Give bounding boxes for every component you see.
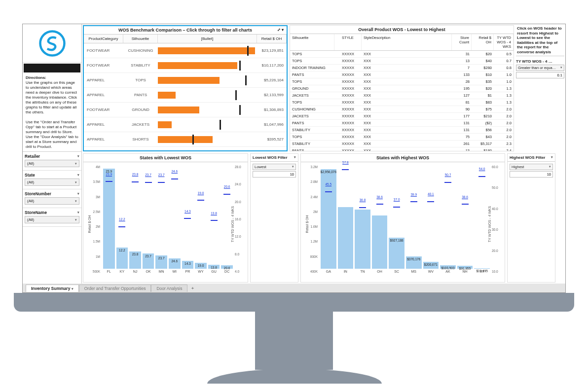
table-row[interactable]: GROUND XXXXX XXX 195 $20 1.3 xyxy=(290,85,514,92)
chart-bar[interactable]: 12.2 12.2 KY xyxy=(116,165,128,273)
chevron-down-icon[interactable]: ▾ xyxy=(294,155,296,160)
high-ylabel-left: Retail $ OH xyxy=(305,215,309,233)
table-row[interactable]: STABILITY XXXXX XXX 261 $5,317 2.3 xyxy=(290,141,514,147)
table-row[interactable]: TOPS XXXXX XXX 81 $83 1.3 xyxy=(290,99,514,106)
benchmark-row[interactable]: FOOTWEAR GROUND $1,306,893 xyxy=(84,103,287,117)
high-wos-chart: States with Highest WOS 3.2M2.8M2.4M2M1.… xyxy=(300,153,505,283)
add-tab-button[interactable]: ＋ xyxy=(187,284,198,292)
filter-storenumber-label: StoreNumber xyxy=(25,191,51,196)
main-content: WOS Benchmark Comparison – Click through… xyxy=(82,24,565,284)
benchmark-row[interactable]: APPAREL JACKETS $1,047,996 xyxy=(84,117,287,132)
table-row[interactable]: CUSHIONING XXXXX XXX 90 $75 2.0 xyxy=(290,106,514,113)
chart-bar[interactable]: $927,188 37.0 SC xyxy=(389,165,404,273)
lowest-filter-input[interactable] xyxy=(253,171,296,178)
tab-inventory-summary[interactable]: Inventory Summary ▾ xyxy=(26,285,79,292)
brand-logo xyxy=(23,24,81,63)
benchmark-title: WOS Benchmark Comparison – Click through… xyxy=(118,28,252,33)
filter-storename: StoreName▾ (All)▾ xyxy=(23,208,81,227)
benchmark-panel: WOS Benchmark Comparison – Click through… xyxy=(83,25,288,151)
wos-table-title: Overall Product WOS - Lowest to Highest xyxy=(290,26,514,34)
chart-bar[interactable]: 13.8 13.8 GU xyxy=(208,165,220,273)
col-retailoh[interactable]: Retail $ OH xyxy=(472,34,494,50)
col-storecount[interactable]: Store Count xyxy=(452,34,472,50)
chart-bar[interactable]: 23.9 23.9 FL xyxy=(103,165,115,273)
directions-text: Directions: Use the graphs on this page … xyxy=(23,73,81,152)
wos-value-input[interactable] xyxy=(516,72,564,78)
chevron-down-icon[interactable]: ▾ xyxy=(77,211,79,214)
filter-state: State▾ (All)▾ xyxy=(23,171,81,189)
filter-storenumber-select[interactable]: (All)▾ xyxy=(25,197,79,205)
chart-bar[interactable]: $19,495 54.0 VT xyxy=(474,165,490,273)
benchmark-row[interactable]: FOOTWEAR STABILITY $10,117,200 xyxy=(84,58,287,73)
highest-wos-filter: Highest WOS Filter▾ Highest▾ xyxy=(507,153,555,283)
chart-bar[interactable]: $2,956,076 45.5 GA xyxy=(321,165,336,273)
table-row[interactable]: TOPS XXXXX XXX 28 $35 1.0 xyxy=(290,78,514,85)
table-row[interactable]: JACKETS XXXXX XXX 177 $210 2.0 xyxy=(290,113,514,120)
chevron-down-icon[interactable]: ▾ xyxy=(77,173,79,177)
col-wos[interactable]: TY WTD WOS - 4 WKS xyxy=(494,34,514,50)
filter-storename-label: StoreName xyxy=(25,210,47,215)
chevron-down-icon[interactable]: ▾ xyxy=(551,155,553,160)
benchmark-row[interactable]: APPAREL SHORTS $395,527 xyxy=(84,132,287,147)
chart-bar[interactable]: 20.6 20.6 DC xyxy=(221,165,233,273)
chart-bar[interactable]: 19.0 19.0 WY xyxy=(195,165,207,273)
table-row[interactable]: STABILITY XXXXX XXX 131 $56 2.0 xyxy=(290,127,514,134)
black-bar xyxy=(24,64,80,72)
chart-bar[interactable]: $103,503 50.7 AK xyxy=(440,165,456,273)
chart-bar[interactable]: 23.7 23.7 MN xyxy=(155,165,167,273)
chart-bar[interactable]: $200,671 40.1 WV xyxy=(423,165,439,273)
chart-bar[interactable]: 14.3 14.3 PR xyxy=(182,165,194,273)
directions-p1: Use the graphs on this page to understan… xyxy=(26,80,77,114)
col-retail-oh[interactable]: Retail $ OH xyxy=(257,35,287,43)
col-silhouette[interactable]: Silhouette xyxy=(123,35,158,43)
table-row[interactable]: TOPS XXXXX XXX 31 $20 0.5 xyxy=(290,51,514,58)
col-desc[interactable]: StyleDescription xyxy=(362,34,452,50)
chart-bar[interactable]: $91,955 38.6 NH xyxy=(457,165,473,273)
col-sil[interactable]: Silhouette xyxy=(290,34,334,50)
chart-bar[interactable]: 57.8 IN xyxy=(338,165,354,273)
benchmark-row[interactable]: APPAREL TOPS $5,226,104 xyxy=(84,73,287,88)
lowest-filter-select[interactable]: Lowest▾ xyxy=(253,164,296,170)
wos-operator-select[interactable]: Greater than or equa…▾ xyxy=(516,65,564,71)
chart-bar[interactable]: 23.7 23.7 OK xyxy=(143,165,154,273)
table-row[interactable]: PANTS XXXXX XXX 13 $180 2.4 xyxy=(290,147,514,151)
benchmark-row[interactable]: FOOTWEAR CUSHIONING $23,129,851 xyxy=(84,43,287,58)
maximize-icon[interactable]: ⤢ ▾ xyxy=(277,28,284,32)
chart-bar[interactable]: 38.6 OH xyxy=(372,165,388,273)
chart-bar[interactable]: 23.8 23.8 NJ xyxy=(129,165,141,273)
chart-bar[interactable]: $370,176 39.9 MS xyxy=(406,165,422,273)
table-row[interactable]: TOPS XXXXX XXX 13 $40 0.7 xyxy=(290,58,514,65)
right-note-panel: Click on WOS header to resort from Highe… xyxy=(516,25,564,151)
low-ylabel-left: Retail $ OH xyxy=(88,215,91,233)
right-note-text: Click on WOS header to resort from Highe… xyxy=(516,25,564,56)
chevron-down-icon[interactable]: ▾ xyxy=(77,154,79,158)
tab-order-transfer[interactable]: Order and Transfer Opportunities xyxy=(79,285,151,292)
benchmark-row[interactable]: APPAREL PANTS $2,133,599 xyxy=(84,88,287,103)
highest-filter-select[interactable]: Highest▾ xyxy=(510,164,553,170)
col-productcategory[interactable]: ProductCategory xyxy=(84,35,123,43)
table-row[interactable]: PANTS XXXXX XXX 131 ($2) 2.0 xyxy=(290,120,514,127)
lowest-filter-title: Lowest WOS Filter xyxy=(253,155,288,160)
chart-bar[interactable]: 24.6 24.6 WI xyxy=(169,165,181,273)
filter-storename-select[interactable]: (All)▾ xyxy=(25,216,79,223)
lowest-wos-filter: Lowest WOS Filter▾ Lowest▾ xyxy=(250,153,298,283)
filter-storenumber: StoreNumber▾ (All)▾ xyxy=(23,189,81,208)
table-row[interactable]: PANTS XXXXX XXX 133 $10 1.0 xyxy=(290,71,514,78)
table-row[interactable]: INDOOR TRAINING XXXXX XXX 7 $280 0.8 xyxy=(290,65,514,71)
table-row[interactable]: JACKETS XXXXX XXX 127 $1 1.3 xyxy=(290,92,514,99)
filter-state-select[interactable]: (All)▾ xyxy=(25,178,79,186)
low-wos-chart: States with Lowest WOS 4M3.5M3M2.5M2M1.5… xyxy=(83,153,248,283)
low-chart-title: States with Lowest WOS xyxy=(83,154,248,162)
col-bullet[interactable]: [Bullet] xyxy=(158,35,257,43)
filter-state-label: State xyxy=(25,173,35,178)
filter-retailer-select[interactable]: (All)▾ xyxy=(25,160,79,167)
tab-door-analysis[interactable]: Door Analysis xyxy=(151,285,187,292)
highest-filter-title: Highest WOS Filter xyxy=(510,155,545,160)
chevron-down-icon[interactable]: ▾ xyxy=(77,192,79,196)
col-style[interactable]: STYLE xyxy=(334,34,362,50)
highest-filter-input[interactable] xyxy=(510,171,553,178)
filter-retailer: Retailer▾ (All)▾ xyxy=(23,152,81,171)
right-filter-title: TY WTD WOS - 4 … xyxy=(516,58,564,65)
chart-bar[interactable]: 36.8 TN xyxy=(355,165,370,273)
table-row[interactable]: TOPS XXXXX XXX 75 $43 2.0 xyxy=(290,134,514,141)
